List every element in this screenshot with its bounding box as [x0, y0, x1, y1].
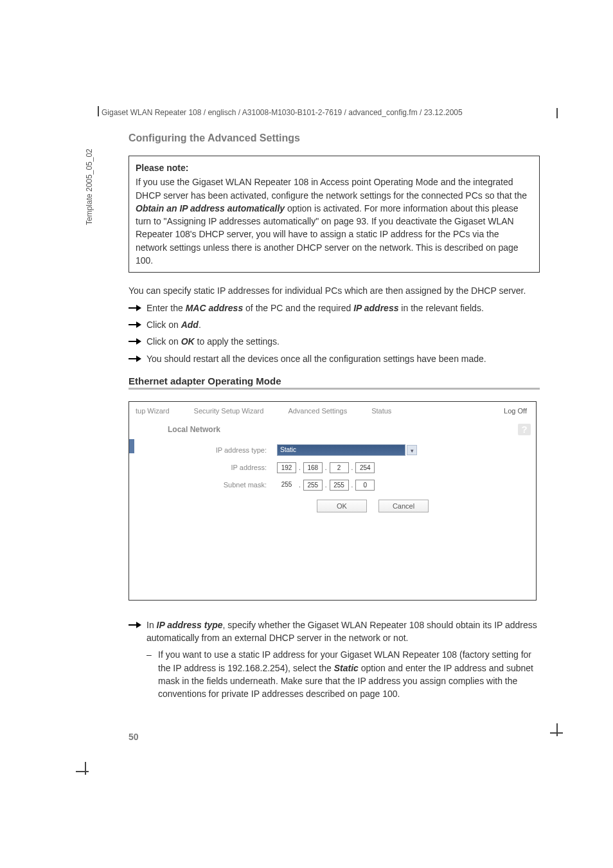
row-ip-address: IP address: 192. 168. 2. 254 [168, 462, 536, 473]
ip-octet-4[interactable]: 254 [355, 462, 375, 473]
ok-button[interactable]: OK [317, 500, 367, 512]
chevron-down-icon[interactable]: ▾ [407, 445, 417, 455]
svg-marker-5 [136, 338, 141, 345]
page-number: 50 [129, 732, 139, 742]
bullet-text: Click on OK to apply the settings. [147, 335, 540, 348]
tab-security-wizard[interactable]: Security Setup Wizard [194, 407, 264, 415]
mask-octet-4[interactable]: 0 [355, 480, 375, 491]
tab-bar: tup Wizard Security Setup Wizard Advance… [129, 402, 536, 421]
ip-octet-3[interactable]: 2 [330, 462, 349, 473]
sub-bullet-text: If you want to use a static IP address f… [158, 648, 540, 700]
template-label: Template 2005_05_02 [85, 149, 94, 225]
ip-octet-2[interactable]: 168 [303, 462, 323, 473]
path-marker [98, 106, 99, 116]
bullet-text: In IP address type, specify whether the … [147, 619, 540, 645]
cancel-button[interactable]: Cancel [378, 500, 429, 512]
paragraph: You can specify static IP addresses for … [129, 284, 540, 297]
mask-octet-1: 255 [277, 480, 296, 491]
bullet-item: Click on OK to apply the settings. [129, 335, 540, 348]
logoff-link[interactable]: Log Off [504, 407, 527, 415]
svg-marker-1 [136, 305, 141, 311]
page-content: Configuring the Advanced Settings Please… [129, 132, 540, 701]
section-title: Configuring the Advanced Settings [129, 132, 540, 144]
config-screenshot: tup Wizard Security Setup Wizard Advance… [129, 401, 537, 601]
header-path: Gigaset WLAN Repeater 108 / englisch / A… [102, 108, 463, 117]
button-row: OK Cancel [168, 500, 536, 512]
bullet-item: You should restart all the devices once … [129, 352, 540, 365]
active-indicator [129, 439, 134, 453]
horizontal-rule [129, 388, 540, 390]
crop-mark [76, 771, 89, 772]
bullet-list: Enter the MAC address of the PC and the … [129, 302, 540, 365]
crop-mark [556, 108, 558, 118]
tab-advanced-settings[interactable]: Advanced Settings [288, 407, 347, 415]
note-body: If you use the Gigaset WLAN Repeater 108… [136, 177, 527, 266]
ip-type-value: Static [280, 446, 296, 453]
arrow-right-icon [129, 620, 141, 629]
tab-status[interactable]: Status [371, 407, 391, 415]
crop-mark [556, 723, 558, 736]
bullet-item: In IP address type, specify whether the … [129, 619, 540, 645]
subsection-title: Ethernet adapter Operating Mode [129, 375, 540, 386]
mask-octet-2[interactable]: 255 [303, 480, 323, 491]
label-ip-type: IP address type: [168, 446, 277, 454]
ip-address-group: 192. 168. 2. 254 [277, 462, 375, 473]
label-ip-address: IP address: [168, 464, 277, 471]
mask-octet-3[interactable]: 255 [330, 480, 349, 491]
tab-setup-wizard[interactable]: tup Wizard [136, 407, 170, 415]
bullet-item: Enter the MAC address of the PC and the … [129, 302, 540, 314]
row-ip-type: IP address type: Static ▾ [168, 444, 536, 456]
bullet-text: Click on Add. [147, 318, 540, 331]
arrow-right-icon [129, 354, 141, 363]
ip-octet-1[interactable]: 192 [277, 462, 296, 473]
label-subnet: Subnet mask: [168, 481, 277, 489]
arrow-right-icon [129, 303, 141, 312]
help-icon[interactable]: ? [518, 424, 531, 435]
panel-header: Local Network ? [129, 421, 536, 440]
crop-mark [85, 762, 86, 775]
dash-icon: – [147, 648, 158, 661]
svg-marker-7 [136, 356, 141, 362]
svg-marker-9 [136, 622, 141, 628]
arrow-right-icon [129, 320, 141, 329]
note-box: Please note: If you use the Gigaset WLAN… [129, 156, 540, 273]
sub-bullet: – If you want to use a static IP address… [147, 648, 540, 700]
bullet-text: Enter the MAC address of the PC and the … [147, 302, 540, 314]
note-title: Please note: [136, 161, 533, 174]
subnet-group: 255. 255. 255. 0 [277, 480, 375, 491]
ip-type-select[interactable]: Static [277, 444, 405, 456]
arrow-right-icon [129, 337, 141, 346]
form-area: IP address type: Static ▾ IP address: 19… [129, 440, 536, 512]
bullet-item: Click on Add. [129, 318, 540, 331]
bullet-text: You should restart all the devices once … [147, 352, 540, 365]
svg-marker-3 [136, 321, 141, 328]
panel-title: Local Network [168, 425, 220, 434]
row-subnet: Subnet mask: 255. 255. 255. 0 [168, 480, 536, 491]
